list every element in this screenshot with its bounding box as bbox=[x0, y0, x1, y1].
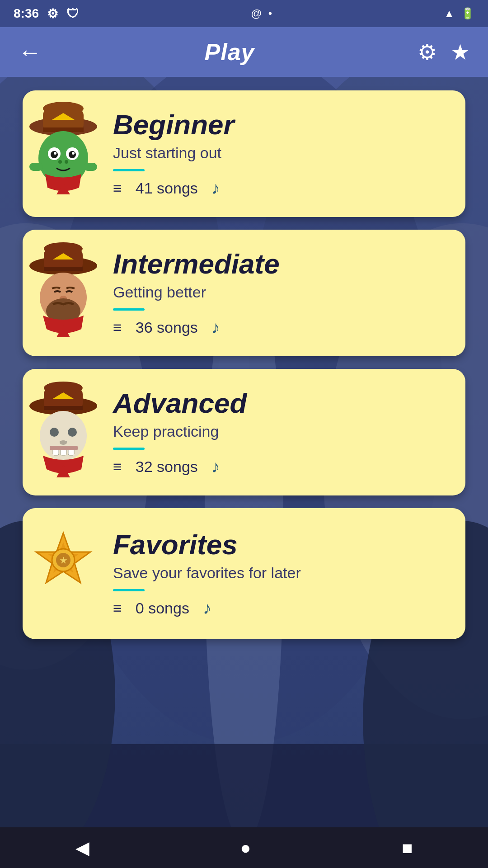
note-icon-favorites: ♪ bbox=[203, 599, 211, 618]
advanced-meta: ≡ 32 songs ♪ bbox=[113, 457, 443, 476]
intermediate-title: Intermediate bbox=[113, 249, 443, 279]
intermediate-card[interactable]: Intermediate Getting better ≡ 36 songs ♪ bbox=[23, 230, 465, 356]
svg-rect-25 bbox=[29, 163, 43, 171]
svg-point-46 bbox=[60, 440, 67, 445]
note-icon-advanced: ♪ bbox=[211, 457, 220, 476]
favorites-songs: 0 songs bbox=[136, 599, 189, 617]
advanced-divider bbox=[113, 448, 145, 450]
intermediate-character bbox=[18, 239, 108, 347]
settings-status-icon: ⚙ bbox=[47, 6, 58, 21]
beginner-subtitle: Just starting out bbox=[113, 144, 443, 162]
beginner-songs: 41 songs bbox=[136, 179, 198, 197]
beginner-title: Beginner bbox=[113, 109, 443, 140]
favorites-button[interactable]: ★ bbox=[450, 39, 470, 65]
svg-point-23 bbox=[65, 160, 68, 164]
beginner-divider bbox=[113, 169, 145, 171]
advanced-subtitle: Keep practicing bbox=[113, 422, 443, 441]
advanced-title: Advanced bbox=[113, 388, 443, 419]
top-bar: ← Play ⚙ ★ bbox=[0, 27, 488, 77]
svg-point-38 bbox=[44, 382, 83, 394]
svg-point-21 bbox=[72, 152, 75, 155]
status-right-icons: ▲ 🔋 bbox=[444, 7, 474, 20]
advanced-character bbox=[18, 378, 108, 486]
back-button[interactable]: ← bbox=[18, 38, 42, 66]
svg-point-20 bbox=[54, 152, 56, 155]
beginner-character bbox=[18, 99, 108, 208]
favorites-character: ★ bbox=[23, 519, 108, 628]
advanced-card[interactable]: Advanced Keep practicing ≡ 32 songs ♪ bbox=[23, 369, 465, 495]
intermediate-meta: ≡ 36 songs ♪ bbox=[113, 318, 443, 337]
intermediate-songs: 36 songs bbox=[136, 319, 198, 336]
note-icon-beginner: ♪ bbox=[211, 179, 220, 198]
beginner-card[interactable]: Beginner Just starting out ≡ 41 songs ♪ bbox=[23, 90, 465, 217]
at-icon: @ bbox=[251, 7, 262, 20]
favorites-meta: ≡ 0 songs ♪ bbox=[113, 599, 443, 618]
shield-status-icon: 🛡 bbox=[66, 6, 79, 21]
list-icon-intermediate: ≡ bbox=[113, 319, 122, 336]
dot-icon: • bbox=[268, 7, 272, 20]
svg-point-29 bbox=[44, 242, 83, 255]
list-icon-advanced: ≡ bbox=[113, 458, 122, 476]
svg-point-19 bbox=[69, 151, 76, 158]
intermediate-divider bbox=[113, 308, 145, 311]
svg-rect-31 bbox=[44, 267, 83, 271]
list-icon-beginner: ≡ bbox=[113, 179, 122, 197]
svg-point-18 bbox=[51, 151, 58, 158]
svg-text:★: ★ bbox=[60, 556, 67, 565]
settings-button[interactable]: ⚙ bbox=[418, 39, 437, 65]
top-bar-actions: ⚙ ★ bbox=[418, 39, 470, 65]
time-text: 8:36 bbox=[14, 6, 39, 21]
bottom-nav: ◀ ● ■ bbox=[0, 827, 488, 868]
favorites-divider bbox=[113, 589, 145, 591]
page-title: Play bbox=[205, 38, 255, 66]
favorites-subtitle: Save your favorites for later bbox=[113, 564, 443, 582]
beginner-meta: ≡ 41 songs ♪ bbox=[113, 179, 443, 198]
svg-rect-40 bbox=[44, 406, 83, 410]
list-icon-favorites: ≡ bbox=[113, 599, 122, 617]
favorites-title: Favorites bbox=[113, 529, 443, 560]
favorites-card[interactable]: ★ Favorites Save your favorites for late… bbox=[23, 508, 465, 639]
nav-back-button[interactable]: ◀ bbox=[75, 837, 89, 858]
svg-point-44 bbox=[50, 428, 59, 437]
signal-icon: ▲ bbox=[444, 7, 455, 20]
svg-rect-50 bbox=[50, 446, 78, 450]
advanced-songs: 32 songs bbox=[136, 458, 198, 476]
svg-point-45 bbox=[68, 428, 77, 437]
nav-home-button[interactable]: ● bbox=[240, 838, 251, 858]
main-content: Beginner Just starting out ≡ 41 songs ♪ bbox=[0, 77, 488, 827]
battery-icon: 🔋 bbox=[461, 7, 474, 20]
status-center-icons: @ • bbox=[251, 7, 272, 20]
svg-rect-26 bbox=[84, 163, 97, 171]
status-bar: 8:36 ⚙ 🛡 @ • ▲ 🔋 bbox=[0, 0, 488, 27]
intermediate-subtitle: Getting better bbox=[113, 283, 443, 302]
nav-recents-button[interactable]: ■ bbox=[402, 838, 413, 858]
svg-point-22 bbox=[58, 160, 62, 164]
status-time: 8:36 ⚙ 🛡 bbox=[14, 6, 79, 21]
note-icon-intermediate: ♪ bbox=[211, 318, 220, 337]
